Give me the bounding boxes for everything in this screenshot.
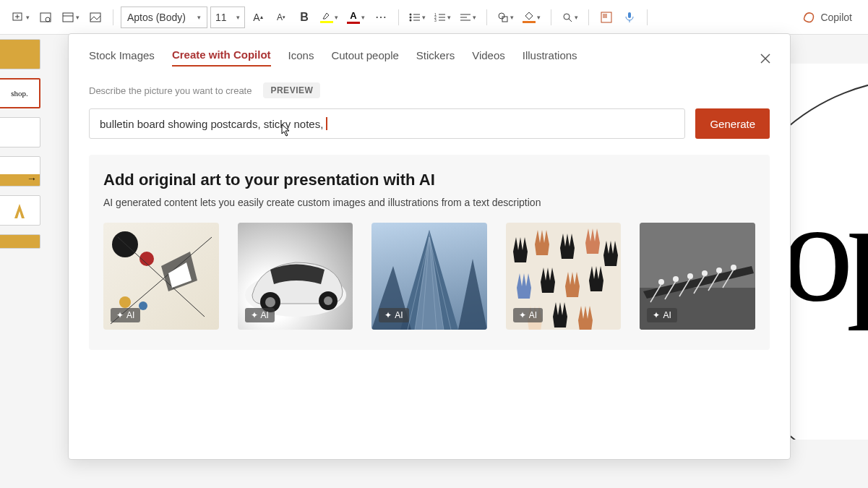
more-font-options-icon[interactable]: ⋯: [371, 7, 391, 27]
bold-button[interactable]: B: [294, 7, 314, 27]
find-button[interactable]: ▾: [559, 10, 581, 25]
highlight-swatch: [320, 21, 333, 23]
chevron-down-icon: ▾: [537, 14, 541, 21]
font-size-select[interactable]: 11 ▾: [210, 7, 245, 28]
image-icon[interactable]: [85, 7, 106, 27]
chevron-down-icon: ▾: [510, 14, 514, 21]
svg-rect-28: [603, 14, 607, 18]
svg-rect-29: [628, 12, 631, 18]
svg-point-45: [324, 296, 332, 305]
prompt-input[interactable]: bulletin board showing postcards, sticky…: [89, 108, 685, 139]
copilot-label: Copilot: [820, 12, 852, 23]
info-block: Add original art to your presentation wi…: [89, 155, 770, 350]
example-card-rowing[interactable]: ✦AI: [640, 223, 755, 330]
tab-cutout-people[interactable]: Cutout people: [331, 49, 398, 66]
chevron-down-icon: ▾: [361, 14, 365, 21]
font-color-button[interactable]: A ▾: [344, 9, 368, 25]
sparkle-icon: ✦: [116, 310, 124, 320]
layout-button[interactable]: ▾: [59, 9, 82, 25]
svg-point-33: [112, 231, 138, 257]
tab-create-with-copilot[interactable]: Create with Copilot: [172, 48, 271, 67]
panel-tabs: Stock Images Create with Copilot Icons C…: [89, 48, 770, 67]
slide-thumb-2[interactable]: shop.: [0, 78, 40, 108]
separator: [486, 9, 487, 25]
dictate-icon[interactable]: [619, 7, 640, 27]
copilot-button[interactable]: Copilot: [794, 7, 859, 27]
svg-point-8: [410, 13, 412, 15]
generate-button[interactable]: Generate: [695, 108, 770, 139]
example-card-abstract[interactable]: ✦AI: [103, 223, 219, 330]
ai-badge: ✦AI: [513, 308, 543, 322]
align-button[interactable]: ▾: [457, 11, 479, 24]
svg-point-61: [687, 273, 693, 279]
decorative-circle: [781, 78, 868, 440]
numbering-button[interactable]: 123 ▾: [431, 11, 454, 24]
shape-fill-button[interactable]: ▾: [520, 10, 543, 25]
describe-row: Describe the picture you want to create …: [89, 82, 770, 98]
slide-thumbnails: shop.: [0, 35, 45, 488]
svg-point-43: [265, 297, 275, 307]
close-icon: [760, 53, 770, 64]
chevron-down-icon: ▾: [76, 14, 80, 21]
slide-thumb-6[interactable]: [0, 234, 40, 249]
slide-thumb-1[interactable]: [0, 39, 40, 69]
svg-point-60: [673, 276, 679, 282]
bullets-button[interactable]: ▾: [406, 11, 429, 24]
sparkle-icon: ✦: [653, 310, 660, 320]
copilot-icon: [802, 10, 816, 25]
slide-thumb-3[interactable]: [0, 117, 40, 147]
slide-thumb-4[interactable]: [0, 156, 40, 187]
svg-point-63: [716, 267, 722, 273]
svg-point-59: [658, 279, 664, 285]
example-card-hands[interactable]: ✦AI: [506, 223, 622, 330]
tab-stickers[interactable]: Stickers: [416, 49, 455, 66]
decrease-font-icon[interactable]: A▾: [271, 7, 291, 27]
font-size-value: 11: [215, 12, 227, 23]
shapes-button[interactable]: ▾: [494, 10, 517, 25]
chevron-down-icon: ▾: [197, 14, 201, 21]
example-card-skyscraper[interactable]: ✦AI: [371, 223, 487, 330]
tab-stock-images[interactable]: Stock Images: [89, 49, 155, 66]
ai-badge: ✦AI: [111, 308, 140, 322]
reading-view-icon[interactable]: [35, 7, 56, 27]
svg-point-23: [499, 13, 504, 19]
close-button[interactable]: [755, 48, 775, 69]
svg-point-64: [731, 265, 736, 270]
info-title: Add original art to your presentation wi…: [103, 171, 755, 189]
tab-icons[interactable]: Icons: [288, 49, 314, 66]
separator: [398, 9, 399, 25]
svg-rect-24: [502, 17, 507, 22]
example-card-car[interactable]: ✦AI: [238, 223, 353, 330]
sparkle-icon: ✦: [519, 310, 526, 320]
separator: [647, 9, 648, 25]
svg-point-35: [119, 296, 131, 308]
highlight-color-button[interactable]: ▾: [317, 10, 341, 25]
tab-videos[interactable]: Videos: [472, 49, 505, 66]
svg-point-12: [410, 19, 412, 21]
svg-point-4: [46, 17, 50, 22]
tab-illustrations[interactable]: Illustrations: [523, 49, 577, 66]
chevron-down-icon: ▾: [335, 14, 338, 21]
svg-rect-5: [63, 13, 73, 22]
ai-badge: ✦AI: [245, 308, 275, 322]
separator: [113, 9, 113, 25]
svg-point-25: [564, 14, 570, 20]
prompt-row: bulletin board showing postcards, sticky…: [89, 108, 770, 139]
sparkle-icon: ✦: [384, 310, 392, 320]
font-color-swatch: [347, 22, 360, 24]
separator: [551, 9, 551, 25]
describe-label: Describe the picture you want to create: [89, 85, 252, 96]
chevron-down-icon: ▾: [26, 14, 30, 21]
svg-marker-49: [458, 259, 487, 330]
chevron-down-icon: ▾: [422, 14, 426, 21]
svg-text:3: 3: [434, 18, 437, 22]
chevron-down-icon: ▾: [447, 14, 451, 21]
info-subtitle: AI generated content lets you easily cre…: [103, 197, 755, 208]
ribbon-toolbar: ▾ ▾ Aptos (Body) ▾ 11 ▾ A▴ A▾ B ▾ A ▾ ⋯: [0, 0, 868, 35]
increase-font-icon[interactable]: A▴: [248, 7, 268, 27]
font-name-select[interactable]: Aptos (Body) ▾: [121, 7, 207, 28]
designer-icon[interactable]: [596, 7, 616, 27]
chevron-down-icon: ▾: [473, 14, 476, 21]
slide-thumb-5[interactable]: [0, 195, 40, 226]
new-slide-button[interactable]: ▾: [9, 9, 33, 25]
